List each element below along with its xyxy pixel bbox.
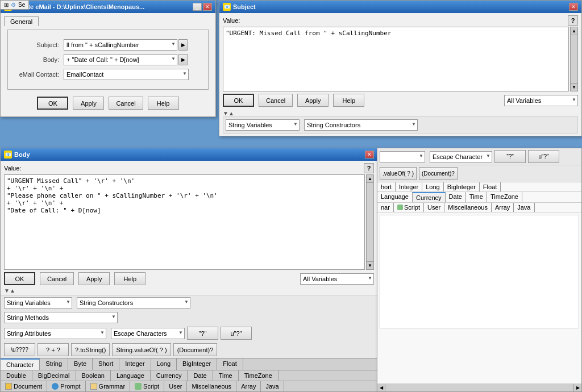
body-value-label: Value:	[4, 165, 21, 172]
type-tab-character[interactable]: Character	[1, 358, 40, 370]
bottom-tab-prompt[interactable]: Prompt	[47, 381, 85, 391]
general-tab[interactable]: General	[4, 16, 39, 26]
vp-tab-date[interactable]: Date	[446, 192, 466, 202]
bottom-tab-miscellaneous[interactable]: Miscellaneous	[187, 381, 236, 391]
subject-value-textarea[interactable]: "URGENT: Missed Call from " + sCallingNu…	[223, 27, 569, 91]
subject-ok-button[interactable]: OK	[223, 94, 254, 107]
subject-all-variables-select[interactable]: All Variables	[504, 95, 578, 106]
body-apply-button[interactable]: Apply	[78, 272, 110, 285]
body-help-button[interactable]: Help	[114, 272, 146, 285]
type-tab-string[interactable]: String	[40, 358, 68, 370]
vp-tab-language[interactable]: Language	[377, 192, 413, 202]
vp-tab-integer[interactable]: Integer	[396, 182, 422, 191]
bottom-tab-user[interactable]: User	[164, 381, 187, 391]
var-panel-value-of-btn[interactable]: .valueOf( ? )	[380, 167, 417, 180]
subject-apply-button[interactable]: Apply	[297, 94, 329, 107]
type-tab-double[interactable]: Double	[1, 370, 32, 381]
vp-tab-script[interactable]: Script	[394, 203, 424, 212]
email-contact-label: eMail Contact:	[13, 71, 64, 78]
type-tab-currency[interactable]: Currency	[151, 370, 188, 381]
bottom-tab-java[interactable]: Java	[261, 381, 284, 391]
body-arrow-btn[interactable]: ▶	[178, 54, 188, 65]
body-question-btn[interactable]: "?"	[187, 327, 218, 340]
bottom-tab-grammar[interactable]: Grammar	[86, 381, 130, 391]
body-all-variables-select[interactable]: All Variables	[300, 273, 374, 285]
vp-tab-nar[interactable]: nar	[377, 203, 394, 212]
subject-arrow-btn[interactable]: ▶	[178, 39, 188, 51]
backslash-u-btn[interactable]: \u????	[4, 343, 35, 356]
type-tab-boolean[interactable]: Boolean	[76, 370, 111, 381]
vp-tab-miscellaneous[interactable]: Miscellaneous	[444, 203, 492, 212]
cancel-button[interactable]: Cancel	[109, 97, 143, 110]
apply-button[interactable]: Apply	[73, 97, 104, 110]
value-of-btn[interactable]: String.valueOf( ? )	[112, 343, 171, 356]
type-tab-timezone[interactable]: TimeZone	[239, 370, 278, 381]
subject-string-constructors-select[interactable]: String Constructors	[304, 119, 418, 131]
vp-tab-time[interactable]: Time	[466, 192, 487, 202]
help-icon-subject[interactable]: ?	[568, 15, 578, 26]
vp-tab-currency[interactable]: Currency	[413, 192, 446, 202]
body-ok-button[interactable]: OK	[4, 272, 35, 285]
create-email-titlebar: 📧 Create eMail - D:\Uplinx\Clients\Menop…	[1, 1, 215, 13]
var-panel-question-btn[interactable]: "?"	[494, 150, 526, 163]
type-tab-long[interactable]: Long	[151, 358, 177, 370]
vp-tab-long[interactable]: Long	[422, 182, 443, 191]
var-panel-document-btn[interactable]: (Document)?	[419, 167, 458, 180]
body-string-attributes-select[interactable]: String Attributes	[4, 328, 106, 339]
body-collapse-arrow[interactable]: ▼▲	[4, 287, 15, 294]
var-panel-top-select[interactable]	[380, 151, 425, 162]
vp-tab-biginteger[interactable]: BigInteger	[444, 182, 480, 191]
close-button[interactable]: ✕	[203, 3, 212, 11]
type-tab-short[interactable]: Short	[93, 358, 119, 370]
body-u-question-btn[interactable]: u"?"	[221, 327, 252, 340]
document-btn[interactable]: (Document)?	[173, 343, 218, 356]
vp-tab-java[interactable]: Java	[514, 203, 534, 212]
var-panel-u-question-btn[interactable]: u"?"	[528, 150, 559, 163]
var-panel-escape-chars-select[interactable]: Escape Characters	[430, 151, 492, 162]
type-tab-integer[interactable]: Integer	[119, 358, 151, 370]
type-tab-float[interactable]: Float	[217, 358, 243, 370]
subject-string-variables-select[interactable]: String Variables	[226, 119, 300, 131]
body-string-variables-select[interactable]: String Variables	[4, 297, 72, 308]
bottom-tab-script[interactable]: Script	[130, 381, 164, 391]
vp-tab-timezone[interactable]: TimeZone	[487, 192, 522, 202]
body-scrollbar[interactable]: ▲ ▼	[366, 174, 374, 270]
body-string-constructors-select[interactable]: String Constructors	[77, 297, 190, 308]
type-tab-bigdecimal[interactable]: BigDecimal	[32, 370, 76, 381]
body-escape-chars-select[interactable]: Escape Characters	[111, 328, 185, 339]
type-tab-biginteger[interactable]: BigInteger	[177, 358, 217, 370]
type-tab-byte[interactable]: Byte	[68, 358, 93, 370]
vp-tab-float[interactable]: Float	[480, 182, 501, 191]
vp-tab-array[interactable]: Array	[492, 203, 514, 212]
body-value-textarea[interactable]: "URGENT Missed Call" + '\r' + '\n' + '\r…	[4, 174, 365, 270]
expand-icon: ⊞	[4, 2, 9, 8]
email-contact-select[interactable]: EmailContact	[64, 69, 189, 80]
to-string-btn[interactable]: ?.toString()	[71, 343, 110, 356]
subject-collapse-arrow[interactable]: ▼▲	[223, 110, 234, 116]
horizontal-scrollbar[interactable]: ◀ ▶	[377, 383, 581, 391]
vp-tab-short[interactable]: hort	[377, 182, 396, 191]
subject-select[interactable]: ll from " + sCallingNumber	[64, 39, 177, 51]
type-tab-language[interactable]: Language	[111, 370, 151, 381]
body-select[interactable]: + "Date of Call: " + D[now]	[64, 54, 177, 65]
type-tab-time[interactable]: Time	[213, 370, 239, 381]
question-plus-btn[interactable]: ? + ?	[38, 343, 69, 356]
subject-help-button[interactable]: Help	[333, 94, 364, 107]
subject-titlebar: 📧 Subject ✕	[219, 1, 581, 13]
subject-scrollbar[interactable]: ▲ ▼	[570, 27, 578, 91]
minimize-button[interactable]: _	[193, 3, 202, 11]
bottom-tab-array[interactable]: Array	[236, 381, 261, 391]
subject-cancel-button[interactable]: Cancel	[259, 94, 293, 107]
body-help-icon[interactable]: ?	[364, 163, 374, 173]
body-cancel-button[interactable]: Cancel	[40, 272, 74, 285]
bottom-tab-document[interactable]: Document	[1, 381, 47, 391]
body-string-methods-select[interactable]: String Methods	[4, 312, 118, 323]
body-close-button[interactable]: ✕	[365, 151, 374, 159]
subject-close-button[interactable]: ✕	[569, 3, 578, 11]
subject-icon: 📧	[223, 3, 231, 11]
type-tab-date[interactable]: Date	[188, 370, 213, 381]
grammar-tab-icon	[90, 383, 97, 390]
ok-button[interactable]: OK	[37, 97, 68, 110]
vp-tab-user[interactable]: User	[424, 203, 444, 212]
help-button[interactable]: Help	[148, 97, 179, 110]
